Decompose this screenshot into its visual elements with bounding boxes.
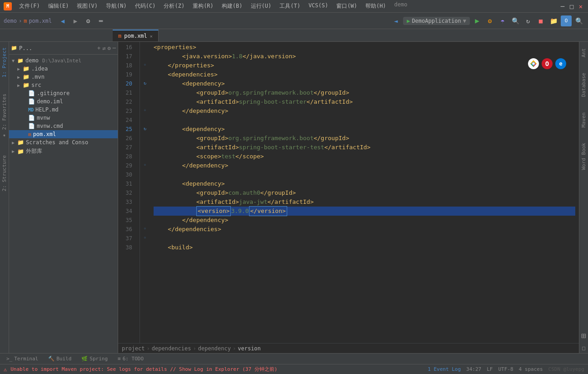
tree-item-pom[interactable]: m pom.xml [9, 130, 118, 138]
menu-tools[interactable]: 工具(T) [276, 1, 304, 11]
run-button[interactable]: ▶ [472, 15, 483, 26]
nav-left-button[interactable]: ◄ [390, 15, 401, 26]
expand-icon-idea: ▶ [16, 66, 21, 71]
indent-setting[interactable]: 4 spaces [519, 366, 543, 372]
tree-item-external[interactable]: ▶ 📁 外部库 [9, 147, 118, 156]
code-line-22: <artifactId>spring-boot-starter</artifac… [154, 97, 575, 106]
chrome-icon[interactable] [528, 58, 539, 69]
breadcrumb-part-dependencies[interactable]: dependencies [152, 345, 191, 352]
menu-refactor[interactable]: 重构(R) [189, 1, 217, 11]
maximize-button[interactable]: □ [568, 3, 575, 10]
menu-navigate[interactable]: 导航(N) [102, 1, 130, 11]
profile-button[interactable]: 🔍 [510, 15, 521, 26]
tab-pom-xml[interactable]: m pom.xml ✕ [113, 30, 159, 41]
sidebar-tab-favorites[interactable]: ★ 2: Favorites [0, 90, 8, 142]
close-tab-button[interactable]: ✕ [150, 34, 153, 39]
tree-item-scratches[interactable]: ▶ 📁 Scratches and Conso [9, 138, 118, 147]
panel-settings-button[interactable]: ⚙ [108, 45, 111, 51]
minimize-panel-button[interactable]: ═ [95, 15, 106, 26]
build-button[interactable]: ⚙ [484, 15, 495, 26]
add-panel-button[interactable]: + [97, 45, 100, 51]
panel-minimize-button[interactable]: ─ [113, 45, 116, 51]
terminal-label: Terminal [14, 356, 38, 362]
breadcrumb-part-dependency[interactable]: dependency [198, 345, 231, 352]
run-config-name: DemoApplication [412, 18, 461, 24]
right-panel-maven[interactable]: Maven [580, 110, 588, 130]
sidebar-tab-project[interactable]: 1: Project [0, 44, 8, 81]
search-everywhere-btn[interactable]: O [561, 15, 572, 26]
menu-window[interactable]: 窗口(W) [333, 1, 361, 11]
menu-view[interactable]: 视图(V) [73, 1, 101, 11]
menu-help[interactable]: 帮助(H) [362, 1, 390, 11]
menu-edit[interactable]: 编辑(E) [45, 1, 73, 11]
breadcrumb-arrow-3: › [233, 345, 236, 352]
right-panel-ant[interactable]: Ant [580, 45, 588, 60]
sidebar-tab-structure[interactable]: 2: Structure [0, 152, 8, 195]
code-line-37 [154, 234, 575, 243]
menu-analyze[interactable]: 分析(Z) [160, 1, 188, 11]
menu-file[interactable]: 文件(F) [15, 1, 44, 11]
tree-label-mvnwcmd: mvnw.cmd [37, 123, 63, 129]
tree-item-help[interactable]: MD HELP.md [9, 106, 118, 114]
code-area[interactable]: <properties> <java.version>1.8</java.ver… [150, 42, 579, 343]
tree-item-mvn[interactable]: ▶ 📁 .mvn [9, 73, 118, 81]
file-icon-mvnw: 📄 [28, 115, 35, 121]
tab-terminal[interactable]: >_ Terminal [2, 355, 43, 363]
tree-item-mvnw[interactable]: 📄 mvnw [9, 114, 118, 122]
reload-indicator-20[interactable]: ↻ [144, 81, 146, 86]
breadcrumb-part-version[interactable]: version [238, 345, 261, 352]
run-config-selector[interactable]: ▶ DemoApplication ▼ [403, 17, 470, 25]
project-btn[interactable]: 📁 [548, 15, 559, 26]
tab-todo[interactable]: ≡ 6: TODO [113, 355, 148, 363]
stop-button[interactable]: ■ [535, 15, 546, 26]
folder-icon-idea: 📁 [23, 66, 30, 72]
tree-item-mvnwcmd[interactable]: 📄 mvnw.cmd [9, 122, 118, 130]
right-panel-extra-btn[interactable]: ⊞ [581, 331, 586, 340]
reload-indicator-25[interactable]: ↻ [144, 126, 146, 131]
fold-icon-18[interactable]: ◦ [144, 62, 146, 67]
fold-icon-23[interactable]: ◦ [144, 108, 146, 113]
event-log-badge[interactable]: 1 Event Log [428, 366, 461, 372]
menu-code[interactable]: 代码(C) [131, 1, 159, 11]
tab-spring[interactable]: 🌿 Spring [77, 355, 112, 363]
code-line-30 [154, 170, 575, 179]
fold-icon-29[interactable]: ◦ [144, 162, 146, 167]
right-panel-database[interactable]: Database [580, 70, 588, 100]
encoding[interactable]: UTF-8 [498, 366, 513, 372]
expand-icon-mvn: ▶ [16, 75, 21, 80]
breadcrumb-arrow-1: › [147, 345, 150, 352]
minimize-button[interactable]: ─ [559, 3, 566, 10]
menu-vcs[interactable]: VCS(S) [305, 1, 332, 11]
settings-button[interactable]: ⚙ [83, 15, 94, 26]
opera-icon[interactable]: O [542, 58, 553, 69]
right-panel-wordbook[interactable]: Word Book [580, 140, 588, 173]
sync-button[interactable]: ⇄ [102, 45, 105, 51]
search-btn[interactable]: 🔍 [573, 15, 584, 26]
fold-icon-37[interactable]: ◦ [144, 235, 146, 240]
expand-icon-src: ▶ [16, 83, 21, 88]
tree-item-gitignore[interactable]: 📄 .gitignore [9, 89, 118, 97]
breadcrumb-part-project[interactable]: project [122, 345, 145, 352]
tree-item-demo-iml[interactable]: 📄 demo.iml [9, 97, 118, 106]
forward-button[interactable]: ▶ [70, 15, 81, 26]
fold-icon-36[interactable]: ◦ [144, 226, 146, 231]
project-panel: 📁 P... + ⇄ ⚙ ─ ▼ 📁 demo D:\Java\Intel ▶ … [9, 42, 118, 353]
coverage-button[interactable]: ☂ [497, 15, 508, 26]
edge-icon[interactable]: e [555, 58, 566, 69]
close-button[interactable]: ✕ [577, 3, 584, 10]
tab-build[interactable]: 🔨 Build [44, 355, 76, 363]
tree-item-src[interactable]: ▶ 📁 src [9, 81, 118, 89]
tree-item-idea[interactable]: ▶ 📁 .idea [9, 65, 118, 73]
reload-button[interactable]: ↻ [523, 15, 533, 26]
editor-content[interactable]: 16 17 18 19 20 21 22 23 24 25 26 27 28 2… [118, 42, 579, 343]
menu-build[interactable]: 构建(B) [218, 1, 246, 11]
tree-label-external: 外部库 [26, 147, 42, 155]
code-line-16: <properties> [154, 43, 575, 52]
editor-area: 16 17 18 19 20 21 22 23 24 25 26 27 28 2… [118, 42, 579, 353]
build-icon: 🔨 [48, 356, 55, 362]
back-button[interactable]: ◀ [57, 15, 68, 26]
right-panel-layout-btn[interactable]: □ [582, 345, 585, 351]
menu-run[interactable]: 运行(U) [247, 1, 275, 11]
line-separator[interactable]: LF [487, 366, 493, 372]
tree-item-demo[interactable]: ▼ 📁 demo D:\Java\Intel [9, 56, 118, 65]
